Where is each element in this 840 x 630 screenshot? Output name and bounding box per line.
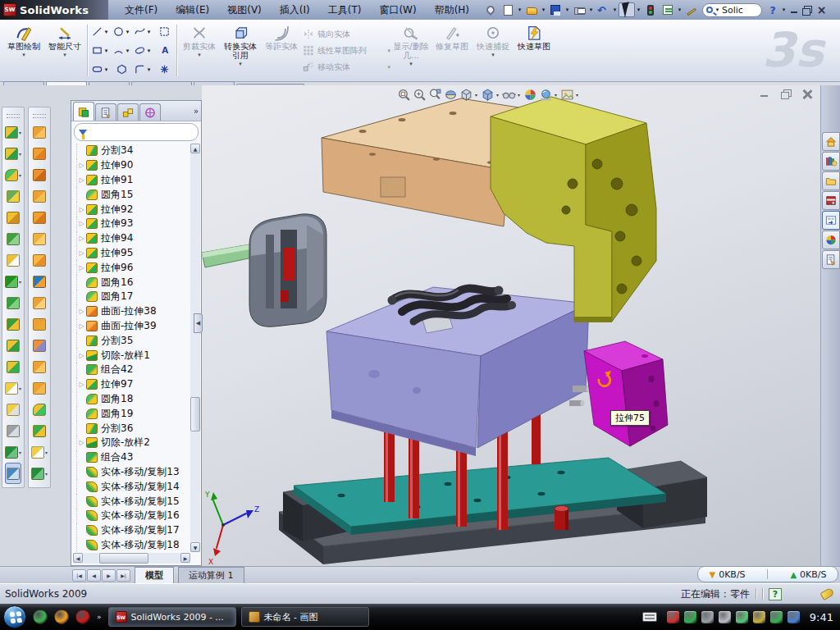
tree-item[interactable]: ▷拉伸97 [76, 377, 190, 392]
boundary-surface-icon[interactable] [33, 207, 46, 228]
extend-surface-icon[interactable] [33, 356, 46, 377]
help-dropdown-icon[interactable]: ▾ [781, 7, 787, 13]
select-cursor-icon-dropdown[interactable]: ▾ [636, 7, 641, 13]
rib-icon[interactable] [7, 228, 20, 249]
convert-entities-dropdown[interactable]: ▾ [239, 61, 242, 67]
doc-tab-模型[interactable]: 模型 [135, 567, 174, 583]
expand-arrow-icon[interactable]: ▷ [77, 308, 86, 315]
tree-item[interactable]: ▷拉伸93 [76, 217, 190, 231]
helix-icon[interactable]: ▾ [5, 441, 21, 463]
slot-icon[interactable]: ▾ [89, 60, 111, 79]
swept-surface-icon[interactable] [33, 164, 46, 185]
sketch-fillet-icon-dropdown[interactable]: ▾ [146, 66, 152, 73]
expand-arrow-icon[interactable]: ▷ [77, 249, 86, 257]
revolved-surface-icon[interactable] [33, 143, 46, 164]
apply-scene-icon-dropdown[interactable]: ▾ [553, 92, 559, 98]
scroll-down-icon[interactable]: ▼ [190, 542, 200, 552]
line-icon-dropdown[interactable]: ▾ [103, 29, 109, 35]
panel-splitter-arrow[interactable]: ◀ [194, 313, 203, 333]
doc-close-icon[interactable] [801, 89, 814, 99]
tree-item[interactable]: 分割34 [76, 144, 190, 158]
cmd-镜向实体[interactable]: 镜向实体 [302, 27, 390, 42]
dimxpertmanager-tab-icon[interactable] [139, 103, 161, 121]
extruded-boss-icon[interactable]: ▾ [5, 121, 21, 143]
taskbar-button-未命名 - 画图[interactable]: 未命名 - 画图 [241, 607, 369, 627]
design-library-icon[interactable] [822, 152, 840, 171]
custom-properties-icon[interactable] [822, 250, 840, 269]
toolbox-icon[interactable] [822, 191, 840, 210]
delete-body-icon-dropdown[interactable]: ▾ [19, 386, 21, 391]
cmd-转换实体引用[interactable]: 转换实体引用▾ [220, 21, 261, 80]
tree-item[interactable]: ▷曲面-拉伸39 [76, 319, 190, 334]
featuremanager-tab-icon[interactable] [73, 102, 94, 121]
tree-item[interactable]: ▷拉伸94 [76, 231, 190, 246]
sw-resources-icon[interactable] [822, 132, 840, 151]
configurationmanager-tab-icon[interactable] [117, 103, 139, 121]
tree-item[interactable]: ▷切除-放样1 [76, 348, 190, 363]
zoom-area-icon[interactable] [413, 88, 427, 102]
tree-item[interactable]: ▷拉伸92 [76, 202, 190, 217]
extruded-boss-icon-dropdown[interactable]: ▾ [19, 130, 21, 135]
doc-tab-运动算例 1[interactable]: 运动算例 1 [178, 567, 244, 583]
print-icon-dropdown[interactable]: ▾ [588, 7, 594, 13]
open-file-icon[interactable] [523, 2, 540, 17]
close-button[interactable]: × [815, 4, 829, 16]
lofted-surface-icon[interactable] [33, 185, 46, 207]
scroll-up-icon[interactable]: ▲ [190, 144, 200, 153]
sketch-fillet-icon[interactable]: ▾ [132, 60, 153, 79]
delete-face-icon[interactable] [7, 399, 20, 420]
panel-tabs-more[interactable]: » [194, 107, 199, 116]
view-settings-icon-dropdown[interactable]: ▾ [574, 92, 580, 98]
radiate-surface-icon[interactable] [33, 292, 46, 313]
cmd-线性草图阵列[interactable]: 线性草图阵列▾ [302, 43, 390, 58]
scroll-right-icon[interactable]: ▶ [180, 553, 190, 563]
view-settings-icon[interactable]: ▾ [560, 88, 580, 102]
delete-body-icon[interactable]: ▾ [5, 377, 21, 399]
spline-icon-dropdown[interactable]: ▾ [146, 29, 152, 35]
tree-item[interactable]: 实体-移动/复制15 [76, 494, 190, 509]
measure-icon[interactable] [5, 463, 21, 484]
spline-icon[interactable]: ▾ [132, 22, 153, 41]
tree-item[interactable]: ▷拉伸90 [76, 158, 190, 173]
tree-item[interactable]: 实体-移动/复制17 [76, 523, 190, 538]
scroll-thumb[interactable] [190, 397, 200, 431]
slot-icon-dropdown[interactable]: ▾ [103, 66, 109, 73]
hide-show-items-icon[interactable]: ▾ [502, 88, 522, 102]
tree-item[interactable]: 圆角15 [76, 187, 190, 202]
combine-bodies-icon[interactable] [7, 313, 20, 335]
view-orientation-icon-dropdown[interactable]: ▾ [473, 92, 479, 98]
tree-item[interactable]: ▷曲面-拉伸38 [76, 304, 190, 319]
minimize-button[interactable] [787, 4, 801, 16]
polygon-icon[interactable] [111, 60, 132, 79]
surface-fillet-icon[interactable] [33, 399, 46, 420]
tree-vertical-scrollbar[interactable]: ▲ ▼ [190, 144, 200, 552]
appearances-icon[interactable] [822, 231, 840, 249]
green-flag-icon[interactable] [736, 611, 748, 623]
tree-item[interactable]: ▷拉伸95 [76, 246, 190, 261]
tree-item[interactable]: 实体-移动/复制14 [76, 479, 190, 494]
menu-工具(T)[interactable]: 工具(T) [320, 1, 370, 20]
pen-options-icon[interactable] [683, 2, 700, 17]
tree-item[interactable]: 组合42 [76, 363, 190, 377]
surface-delete-icon[interactable]: ▾ [31, 441, 48, 463]
search-box[interactable]: ▾ Solic [702, 3, 762, 17]
draft-icon[interactable] [7, 249, 20, 271]
security-lightning-icon[interactable] [684, 611, 696, 623]
save-icon[interactable] [547, 2, 564, 17]
expand-arrow-icon[interactable]: ▷ [77, 220, 86, 227]
new-file-icon-dropdown[interactable]: ▾ [517, 7, 523, 13]
ellipse-icon[interactable]: ▾ [132, 41, 153, 60]
point-icon[interactable] [153, 60, 175, 79]
tree-item[interactable]: 圆角16 [76, 275, 190, 290]
move-copy-body-icon[interactable] [7, 356, 20, 377]
line-icon[interactable]: ▾ [89, 22, 111, 41]
expand-arrow-icon[interactable]: ▷ [77, 264, 86, 272]
cmd-移动实体[interactable]: 移动实体▾ [302, 60, 390, 75]
display-style-icon-dropdown[interactable]: ▾ [495, 92, 500, 98]
graphics-viewport[interactable]: Y Z X ▾▾▾▾▾ 拉伸75 [202, 85, 820, 566]
file-explorer-icon[interactable] [822, 171, 840, 190]
untrim-surface-icon[interactable] [33, 377, 46, 399]
network-warning-icon[interactable] [753, 611, 765, 623]
sync-status-icon[interactable] [788, 611, 800, 623]
lofted-boss-icon[interactable] [7, 185, 20, 207]
